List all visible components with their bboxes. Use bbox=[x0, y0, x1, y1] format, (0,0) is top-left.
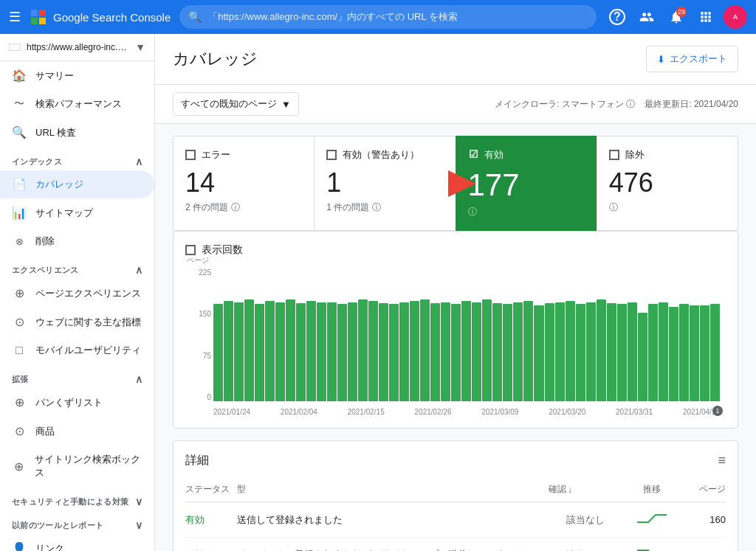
sidebar-item-breadcrumb[interactable]: ⊕ パンくずリスト bbox=[0, 388, 154, 417]
card-valid-warning[interactable]: 有効（警告あり） 1 1 件の問題 ⓘ bbox=[314, 136, 455, 231]
chart-bar bbox=[576, 304, 585, 401]
notification-badge: 29 bbox=[676, 7, 687, 17]
section-security-toggle[interactable]: ∨ bbox=[135, 496, 142, 507]
sidebar-item-label: パンくずリスト bbox=[35, 396, 103, 409]
card-valid[interactable]: ☑ 有効 177 ⓘ bbox=[456, 136, 597, 231]
error-checkbox[interactable] bbox=[185, 150, 196, 160]
y-label-mid1: 150 bbox=[185, 310, 211, 318]
x-axis-labels: 2021/01/24 2021/02/04 2021/02/15 2021/02… bbox=[213, 408, 720, 416]
sidebar-item-url-inspection[interactable]: 🔍 URL 検査 bbox=[0, 118, 154, 147]
apps-icon bbox=[698, 10, 713, 24]
user-avatar[interactable]: A bbox=[724, 5, 747, 29]
chart-bar bbox=[358, 299, 368, 401]
card-excluded-title: 除外 bbox=[625, 148, 645, 162]
chart-bar bbox=[700, 305, 709, 401]
x-label-1: 2021/01/24 bbox=[213, 408, 250, 416]
sidebar-item-label: URL 検査 bbox=[35, 126, 76, 139]
chart-checkbox[interactable] bbox=[185, 245, 196, 255]
row1-status: 有効 bbox=[185, 513, 237, 527]
removal-icon: ⊗ bbox=[12, 236, 27, 247]
apps-button[interactable] bbox=[694, 5, 718, 29]
filter-dropdown-arrow: ▼ bbox=[281, 99, 291, 110]
filter-dropdown-label: すべての既知のページ bbox=[181, 97, 277, 111]
filter-icon[interactable]: ≡ bbox=[718, 453, 726, 468]
chart-bar bbox=[523, 301, 533, 401]
row1-trend bbox=[622, 511, 681, 528]
sidebar-item-mobile[interactable]: □ モバイルユーザビリティ bbox=[0, 336, 154, 364]
links-icon: 👤 bbox=[12, 541, 27, 551]
sidebar-item-label: サイトマップ bbox=[35, 207, 93, 220]
sidebar-item-label: カバレッジ bbox=[35, 178, 83, 191]
y-label-top: 225 bbox=[185, 268, 211, 277]
notifications-button[interactable]: 29 bbox=[664, 5, 688, 29]
sort-icon[interactable]: ↓ bbox=[568, 485, 572, 495]
section-legacy-text: 以前のツールとレポート bbox=[12, 520, 103, 531]
export-button[interactable]: ⬇ エクスポート bbox=[646, 46, 738, 72]
sitelink-icon: ⊕ bbox=[12, 460, 26, 474]
valid-warning-checkbox[interactable] bbox=[326, 150, 337, 160]
sidebar-item-summary[interactable]: 🏠 サマリー bbox=[0, 61, 154, 90]
sidebar-item-sitelink[interactable]: ⊕ サイトリンク検索ボックス bbox=[0, 446, 154, 487]
sidebar-item-label: サイトリンク検索ボックス bbox=[35, 453, 142, 479]
chart-bars bbox=[213, 268, 720, 401]
chart-bar bbox=[234, 302, 244, 401]
svg-rect-3 bbox=[39, 18, 46, 24]
sidebar-item-page-exp[interactable]: ⊕ ページエクスペリエンス bbox=[0, 279, 154, 308]
sidebar-item-links[interactable]: 👤 リンク bbox=[0, 534, 154, 551]
chart-bar bbox=[513, 302, 523, 401]
section-legacy-label: 以前のツールとレポート ∨ bbox=[0, 510, 154, 534]
details-title: 詳細 bbox=[185, 453, 209, 468]
property-favicon bbox=[9, 44, 21, 51]
sidebar-item-sitemap[interactable]: 📊 サイトマップ bbox=[0, 198, 154, 227]
property-dropdown-icon[interactable]: ▼ bbox=[135, 41, 145, 53]
x-label-6: 2021/03/20 bbox=[549, 408, 585, 416]
filter-info: メインクローラ: スマートフォン ⓘ 最終更新日: 2021/04/20 bbox=[495, 98, 738, 111]
card-excluded[interactable]: 除外 476 ⓘ bbox=[597, 136, 738, 231]
chart-bar bbox=[255, 304, 264, 401]
avatar-text: A bbox=[733, 13, 738, 21]
x-label-5: 2021/03/09 bbox=[481, 408, 518, 416]
section-enhancement-toggle[interactable]: ∧ bbox=[135, 373, 142, 385]
chart-bar bbox=[420, 299, 430, 401]
card-error[interactable]: エラー 14 2 件の問題 ⓘ bbox=[173, 136, 314, 231]
sidebar-item-label: 検索パフォーマンス bbox=[35, 97, 122, 111]
chart-bar bbox=[586, 302, 596, 401]
row1-type: 送信して登録されました bbox=[237, 513, 549, 527]
section-legacy-toggle[interactable]: ∨ bbox=[135, 519, 142, 531]
valid-info-icon: ⓘ bbox=[468, 206, 477, 218]
x-label-3: 2021/02/15 bbox=[348, 408, 385, 416]
users-button[interactable] bbox=[635, 5, 659, 29]
sidebar-item-product[interactable]: ⊙ 商品 bbox=[0, 417, 154, 446]
home-icon: 🏠 bbox=[12, 69, 27, 83]
performance-icon: 〜 bbox=[12, 97, 27, 111]
section-index-toggle[interactable]: ∧ bbox=[135, 156, 142, 167]
valid-checkbox[interactable]: ☑ bbox=[468, 150, 478, 160]
chart-bar bbox=[555, 302, 565, 401]
card-valid-warning-title: 有効（警告あり） bbox=[343, 148, 419, 162]
chart-bar bbox=[461, 301, 471, 401]
page-filter-dropdown[interactable]: すべての既知のページ ▼ bbox=[173, 92, 299, 116]
property-selector[interactable]: https://www.allegro-inc.com/ ▼ bbox=[0, 34, 154, 61]
error-info-icon: ⓘ bbox=[231, 201, 240, 214]
sitemap-icon: 📊 bbox=[12, 206, 27, 220]
chart-bar bbox=[275, 302, 285, 401]
menu-icon[interactable]: ☰ bbox=[9, 9, 21, 25]
svg-rect-0 bbox=[31, 10, 38, 16]
chart-bar bbox=[410, 301, 419, 401]
page-title: カバレッジ bbox=[173, 48, 258, 70]
topbar-actions: ? 29 A bbox=[605, 5, 747, 29]
sidebar-item-web-vitals[interactable]: ⊙ ウェブに関する主な指標 bbox=[0, 308, 154, 336]
help-button[interactable]: ? bbox=[605, 5, 629, 29]
sidebar-item-coverage[interactable]: 📄 カバレッジ bbox=[0, 170, 154, 198]
section-experience-toggle[interactable]: ∧ bbox=[135, 264, 142, 276]
chart-bar bbox=[545, 303, 554, 401]
page-exp-icon: ⊕ bbox=[12, 286, 27, 300]
sidebar-item-removal[interactable]: ⊗ 削除 bbox=[0, 227, 154, 255]
sidebar-item-search-performance[interactable]: 〜 検索パフォーマンス bbox=[0, 90, 154, 118]
excluded-checkbox[interactable] bbox=[609, 150, 619, 160]
chart-legend-dot: 1 bbox=[712, 406, 723, 416]
chart-bar bbox=[669, 307, 678, 401]
search-bar[interactable]: 🔍 「https://www.allegro-inc.com/」内のすべての U… bbox=[179, 5, 597, 29]
chart-bar bbox=[617, 304, 627, 401]
chart-bar bbox=[399, 302, 409, 401]
